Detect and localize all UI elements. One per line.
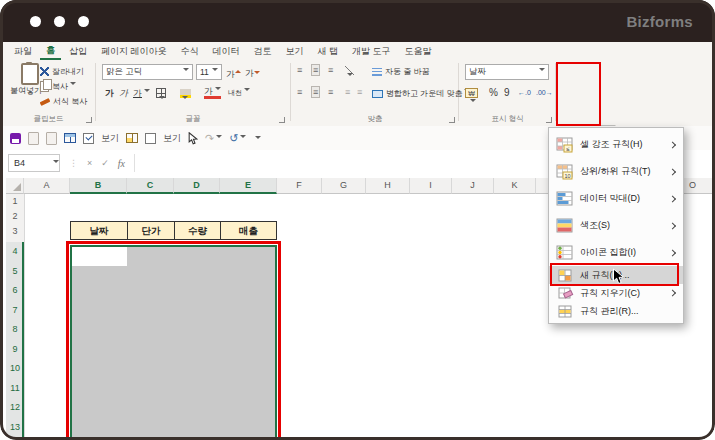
column-header-g[interactable]: G — [322, 178, 366, 194]
tab-home[interactable]: 홈 — [40, 42, 61, 60]
select-all-corner[interactable] — [6, 178, 24, 194]
column-header-b[interactable]: B — [70, 178, 127, 194]
cursor-tool-icon[interactable] — [188, 132, 198, 145]
number-dialog-launcher[interactable] — [546, 117, 552, 123]
menu-item-icon-sets[interactable]: 아이콘 집합(I) — [549, 239, 683, 266]
row-header-6[interactable]: 6 — [6, 282, 24, 298]
table-view-icon[interactable] — [64, 133, 76, 143]
confirm-entry-icon[interactable]: ✓ — [101, 158, 109, 168]
align-bottom-button[interactable]: ≡ — [328, 65, 333, 75]
underline-button[interactable]: 가 — [133, 87, 150, 100]
table-header-unit-price[interactable]: 단가 — [127, 221, 175, 240]
borders-button[interactable] — [156, 88, 166, 98]
row-header-5[interactable]: 5 — [6, 263, 24, 279]
align-middle-button[interactable]: ≡ — [311, 64, 320, 76]
menu-item-clear-rules[interactable]: 규칙 지우기(C) — [549, 284, 683, 302]
font-name-select[interactable]: 맑은 고딕 — [102, 64, 193, 80]
row-header-3[interactable]: 3 — [6, 223, 24, 239]
menu-item-color-scales[interactable]: 색조(S) — [549, 212, 683, 239]
window-dot-3-icon[interactable] — [78, 16, 89, 27]
insert-function-icon[interactable]: fx — [118, 158, 125, 169]
font-color-button[interactable]: 가 — [204, 87, 221, 99]
column-header-a[interactable]: A — [24, 178, 70, 194]
menu-item-highlight-cells-rules[interactable]: ≤ 셀 강조 규칙(H) — [549, 131, 683, 158]
row-header-9[interactable]: 9 — [6, 341, 24, 357]
percent-style-button[interactable]: % — [489, 87, 498, 98]
number-format-select[interactable]: 날짜 — [465, 64, 549, 80]
format-painter-button[interactable]: 서식 복사 — [40, 94, 87, 109]
currency-format-button[interactable]: ₩ — [465, 88, 478, 98]
tab-formulas[interactable]: 수식 — [175, 43, 205, 59]
table-header-date[interactable]: 날짜 — [70, 221, 128, 240]
clipboard-paste-icon[interactable] — [46, 132, 57, 145]
align-right-button[interactable]: ≡ — [328, 87, 333, 97]
clipboard-dialog-launcher[interactable] — [86, 117, 92, 123]
italic-button[interactable]: 가 — [119, 87, 128, 100]
name-box[interactable]: B4 — [8, 154, 60, 172]
tab-page-layout[interactable]: 페이지 레이아웃 — [95, 43, 173, 59]
alignment-dialog-launcher[interactable] — [449, 117, 455, 123]
tab-data[interactable]: 데이터 — [207, 43, 246, 59]
font-size-select[interactable]: 11 — [196, 64, 222, 80]
column-header-c[interactable]: C — [127, 178, 174, 194]
comma-style-button[interactable]: 9 — [504, 87, 510, 98]
column-header-f[interactable]: F — [277, 178, 322, 194]
column-header-h[interactable]: H — [366, 178, 410, 194]
tab-file[interactable]: 파일 — [8, 43, 38, 59]
align-center-button[interactable]: ≡ — [311, 86, 320, 98]
tab-help[interactable]: 도움말 — [399, 43, 438, 59]
row-header-13[interactable]: 13 — [6, 419, 24, 435]
window-dot-2-icon[interactable] — [54, 16, 65, 27]
tab-developer[interactable]: 개발 도구 — [346, 43, 397, 59]
row-header-4[interactable]: 4 — [6, 243, 24, 259]
column-header-e[interactable]: E — [220, 178, 277, 194]
view-checkbox-unchecked[interactable] — [145, 133, 156, 144]
font-dialog-launcher[interactable] — [279, 117, 285, 123]
table-header-quantity[interactable]: 수량 — [174, 221, 221, 240]
table-orange-icon[interactable] — [126, 133, 138, 143]
menu-item-top-bottom-rules[interactable]: 10 상위/하위 규칙(T) — [549, 158, 683, 185]
cut-button[interactable]: 잘라내기 — [40, 64, 87, 79]
increase-indent-button[interactable]: ≡ — [357, 87, 362, 97]
row-header-1[interactable]: 1 — [6, 193, 24, 209]
row-header-11[interactable]: 11 — [6, 380, 24, 396]
row-header-12[interactable]: 12 — [6, 399, 24, 415]
fill-color-button[interactable] — [180, 89, 191, 98]
orientation-button[interactable] — [345, 66, 354, 75]
toolbar-overflow-icon[interactable] — [253, 129, 261, 147]
copy-button[interactable]: 복사 — [40, 79, 87, 94]
decrease-indent-button[interactable]: ≡ — [345, 87, 350, 97]
phonetic-button[interactable]: 내천 — [228, 88, 250, 98]
window-dot-1-icon[interactable] — [30, 16, 41, 27]
bold-button[interactable]: 가 — [105, 87, 114, 100]
row-header-8[interactable]: 8 — [6, 321, 24, 337]
decrease-decimal-button[interactable]: .00→ — [536, 89, 553, 96]
clipboard-icon[interactable] — [28, 132, 39, 145]
menu-item-data-bars[interactable]: 데이터 막대(D) — [549, 185, 683, 212]
table-header-sales[interactable]: 매출 — [220, 221, 277, 240]
tab-review[interactable]: 검토 — [248, 43, 278, 59]
shrink-font-button[interactable]: 가 — [245, 67, 260, 80]
tab-view[interactable]: 보기 — [280, 43, 310, 59]
save-icon[interactable] — [10, 133, 21, 144]
merge-center-button[interactable]: 병합하고 가운데 맞춤 — [372, 86, 470, 101]
row-header-7[interactable]: 7 — [6, 302, 24, 318]
column-header-i[interactable]: I — [410, 178, 452, 194]
undo-button[interactable]: ↺ — [229, 133, 246, 143]
column-header-j[interactable]: J — [452, 178, 494, 194]
redo-button[interactable]: ↷ — [205, 133, 222, 143]
row-header-10[interactable]: 10 — [6, 360, 24, 376]
grow-font-button[interactable]: 가 — [226, 67, 241, 81]
row-header-2[interactable]: 2 — [6, 208, 24, 224]
wrap-text-button[interactable]: 자동 줄 바꿈 — [372, 64, 429, 79]
tab-insert[interactable]: 삽입 — [63, 43, 93, 59]
view-checkbox-checked[interactable] — [83, 133, 94, 144]
cancel-entry-icon[interactable]: × — [87, 158, 92, 168]
column-header-k[interactable]: K — [494, 178, 536, 194]
align-top-button[interactable]: ≡ — [297, 65, 302, 75]
menu-item-manage-rules[interactable]: 규칙 관리(R)... — [549, 302, 683, 320]
column-header-d[interactable]: D — [174, 178, 220, 194]
tab-new-tab[interactable]: 새 탭 — [312, 43, 345, 59]
increase-decimal-button[interactable]: ←.0 — [518, 89, 531, 96]
align-left-button[interactable]: ≡ — [297, 87, 302, 97]
